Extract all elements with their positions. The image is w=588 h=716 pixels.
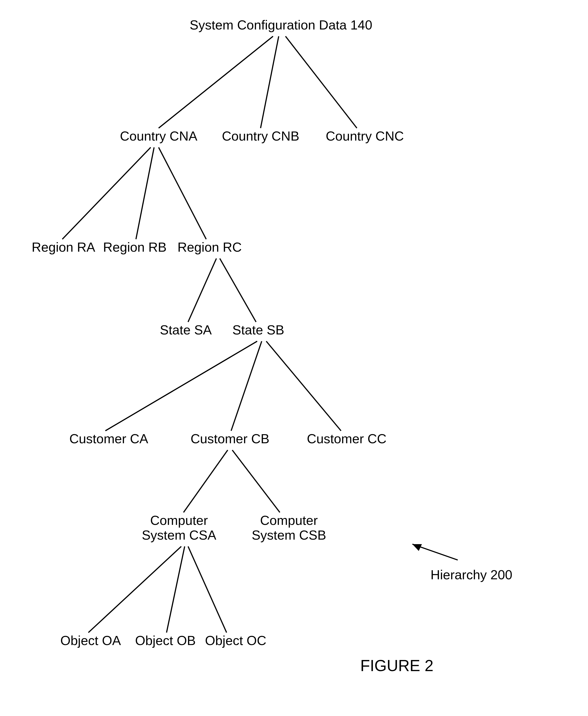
node-region-ra: Region RA — [32, 240, 96, 254]
node-region-rc: Region RC — [177, 240, 242, 254]
node-country-cnb: Country CNB — [222, 128, 299, 143]
node-country-cna: Country CNA — [120, 128, 197, 143]
node-region-rb: Region RB — [103, 240, 167, 254]
node-system-csa-line1: Computer — [150, 513, 208, 528]
edge-cb-csa — [184, 450, 228, 512]
edge-root-cna — [159, 36, 273, 128]
node-customer-cb: Customer CB — [191, 431, 269, 446]
edge-cna-ra — [62, 147, 151, 239]
node-object-oc: Object OC — [205, 633, 267, 648]
hierarchy-diagram: System Configuration Data 140 Country CN… — [0, 0, 588, 716]
edge-root-cnc — [286, 36, 357, 128]
annotation-arrow — [413, 544, 458, 560]
node-object-oa: Object OA — [60, 633, 121, 648]
edge-csa-oa — [88, 547, 181, 633]
node-customer-ca: Customer CA — [69, 431, 148, 446]
node-object-ob: Object OB — [135, 633, 196, 648]
node-state-sb: State SB — [232, 322, 285, 337]
edge-cb-csb — [232, 450, 280, 512]
edge-sb-cb — [231, 341, 262, 431]
node-state-sa: State SA — [160, 322, 212, 337]
node-root: System Configuration Data 140 — [190, 18, 372, 32]
node-country-cnc: Country CNC — [326, 128, 404, 143]
edge-rc-sa — [188, 259, 216, 322]
edge-root-cnb — [260, 36, 279, 128]
node-system-csb-line1: Computer — [260, 513, 318, 528]
edge-rc-sb — [220, 259, 256, 322]
annotation-hierarchy: Hierarchy 200 — [430, 567, 512, 582]
edge-sb-ca — [105, 341, 257, 431]
edge-csa-oc — [188, 547, 227, 633]
node-system-csa-line2: System CSA — [142, 528, 216, 542]
figure-caption: FIGURE 2 — [360, 657, 434, 675]
edge-cna-rb — [136, 147, 154, 239]
edge-cna-rc — [159, 147, 206, 239]
node-system-csb-line2: System CSB — [252, 528, 326, 542]
edge-sb-cc — [266, 341, 341, 431]
node-customer-cc: Customer CC — [307, 431, 386, 446]
edge-csa-ob — [167, 547, 185, 633]
